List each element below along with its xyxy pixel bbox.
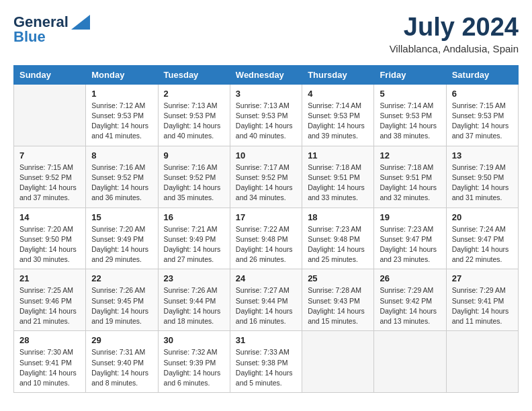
calendar-day-cell: 1Sunrise: 7:12 AMSunset: 9:53 PMDaylight… — [86, 84, 158, 146]
calendar-week-row: 21Sunrise: 7:25 AMSunset: 9:46 PMDayligh… — [14, 269, 519, 331]
calendar-day-cell: 8Sunrise: 7:16 AMSunset: 9:52 PMDaylight… — [86, 146, 158, 208]
day-number: 1 — [91, 89, 152, 99]
day-info: Sunrise: 7:21 AMSunset: 9:49 PMDaylight:… — [164, 224, 224, 265]
day-number: 24 — [236, 273, 296, 283]
day-number: 31 — [236, 335, 296, 345]
calendar-day-cell: 11Sunrise: 7:18 AMSunset: 9:51 PMDayligh… — [302, 146, 374, 208]
day-info: Sunrise: 7:24 AMSunset: 9:47 PMDaylight:… — [452, 224, 513, 265]
day-info: Sunrise: 7:33 AMSunset: 9:38 PMDaylight:… — [236, 347, 296, 388]
calendar-day-cell: 28Sunrise: 7:30 AMSunset: 9:41 PMDayligh… — [14, 331, 86, 393]
calendar-day-cell — [14, 84, 86, 146]
day-info: Sunrise: 7:29 AMSunset: 9:42 PMDaylight:… — [380, 285, 440, 326]
day-info: Sunrise: 7:32 AMSunset: 9:39 PMDaylight:… — [164, 347, 224, 388]
col-header-friday: Friday — [374, 65, 446, 84]
calendar-day-cell: 21Sunrise: 7:25 AMSunset: 9:46 PMDayligh… — [14, 269, 86, 331]
location-subtitle: Villablanca, Andalusia, Spain — [390, 43, 519, 54]
calendar-day-cell: 6Sunrise: 7:15 AMSunset: 9:53 PMDaylight… — [446, 84, 518, 146]
calendar-day-cell: 27Sunrise: 7:29 AMSunset: 9:41 PMDayligh… — [446, 269, 518, 331]
calendar-day-cell: 5Sunrise: 7:14 AMSunset: 9:53 PMDaylight… — [374, 84, 446, 146]
day-info: Sunrise: 7:27 AMSunset: 9:44 PMDaylight:… — [236, 285, 296, 326]
calendar-day-cell: 31Sunrise: 7:33 AMSunset: 9:38 PMDayligh… — [230, 331, 302, 393]
calendar-day-cell: 30Sunrise: 7:32 AMSunset: 9:39 PMDayligh… — [158, 331, 230, 393]
day-number: 20 — [452, 212, 513, 222]
calendar-week-row: 28Sunrise: 7:30 AMSunset: 9:41 PMDayligh… — [14, 331, 519, 393]
calendar-day-cell — [302, 331, 374, 393]
calendar-day-cell: 23Sunrise: 7:26 AMSunset: 9:44 PMDayligh… — [158, 269, 230, 331]
calendar-day-cell: 25Sunrise: 7:28 AMSunset: 9:43 PMDayligh… — [302, 269, 374, 331]
day-number: 5 — [380, 89, 440, 99]
day-number: 30 — [164, 335, 224, 345]
calendar-day-cell — [446, 331, 518, 393]
calendar-day-cell: 4Sunrise: 7:14 AMSunset: 9:53 PMDaylight… — [302, 84, 374, 146]
logo-blue-text: Blue — [13, 28, 46, 46]
day-number: 3 — [236, 89, 296, 99]
day-number: 18 — [308, 212, 368, 222]
day-number: 6 — [452, 89, 513, 99]
day-info: Sunrise: 7:14 AMSunset: 9:53 PMDaylight:… — [380, 101, 440, 142]
day-info: Sunrise: 7:14 AMSunset: 9:53 PMDaylight:… — [308, 101, 368, 142]
day-info: Sunrise: 7:18 AMSunset: 9:51 PMDaylight:… — [380, 163, 440, 203]
day-number: 14 — [19, 212, 80, 222]
page-header: General Blue July 2024 Villablanca, Anda… — [13, 13, 519, 54]
calendar-day-cell: 12Sunrise: 7:18 AMSunset: 9:51 PMDayligh… — [374, 146, 446, 208]
col-header-wednesday: Wednesday — [230, 65, 302, 84]
day-number: 22 — [91, 273, 152, 283]
day-info: Sunrise: 7:23 AMSunset: 9:48 PMDaylight:… — [308, 224, 368, 265]
day-info: Sunrise: 7:20 AMSunset: 9:49 PMDaylight:… — [91, 224, 152, 265]
day-info: Sunrise: 7:17 AMSunset: 9:52 PMDaylight:… — [236, 163, 296, 203]
day-info: Sunrise: 7:30 AMSunset: 9:41 PMDaylight:… — [19, 347, 80, 388]
calendar-week-row: 7Sunrise: 7:15 AMSunset: 9:52 PMDaylight… — [14, 146, 519, 208]
day-info: Sunrise: 7:15 AMSunset: 9:52 PMDaylight:… — [19, 163, 80, 203]
calendar-day-cell: 20Sunrise: 7:24 AMSunset: 9:47 PMDayligh… — [446, 208, 518, 269]
day-info: Sunrise: 7:20 AMSunset: 9:50 PMDaylight:… — [19, 224, 80, 265]
day-number: 4 — [308, 89, 368, 99]
day-number: 11 — [308, 150, 368, 161]
calendar-day-cell: 26Sunrise: 7:29 AMSunset: 9:42 PMDayligh… — [374, 269, 446, 331]
calendar-day-cell: 7Sunrise: 7:15 AMSunset: 9:52 PMDaylight… — [14, 146, 86, 208]
calendar-day-cell: 18Sunrise: 7:23 AMSunset: 9:48 PMDayligh… — [302, 208, 374, 269]
day-info: Sunrise: 7:31 AMSunset: 9:40 PMDaylight:… — [91, 347, 152, 388]
day-info: Sunrise: 7:23 AMSunset: 9:47 PMDaylight:… — [380, 224, 440, 265]
calendar-week-row: 14Sunrise: 7:20 AMSunset: 9:50 PMDayligh… — [14, 208, 519, 269]
day-number: 23 — [164, 273, 224, 283]
calendar-day-cell: 15Sunrise: 7:20 AMSunset: 9:49 PMDayligh… — [86, 208, 158, 269]
day-number: 2 — [164, 89, 224, 99]
month-year-title: July 2024 — [390, 13, 519, 42]
day-info: Sunrise: 7:18 AMSunset: 9:51 PMDaylight:… — [308, 163, 368, 203]
day-info: Sunrise: 7:26 AMSunset: 9:44 PMDaylight:… — [164, 285, 224, 326]
day-info: Sunrise: 7:15 AMSunset: 9:53 PMDaylight:… — [452, 101, 513, 142]
calendar-table: SundayMondayTuesdayWednesdayThursdayFrid… — [13, 65, 519, 393]
col-header-tuesday: Tuesday — [158, 65, 230, 84]
day-number: 27 — [452, 273, 513, 283]
col-header-monday: Monday — [86, 65, 158, 84]
calendar-day-cell: 17Sunrise: 7:22 AMSunset: 9:48 PMDayligh… — [230, 208, 302, 269]
day-number: 7 — [19, 150, 80, 161]
day-info: Sunrise: 7:16 AMSunset: 9:52 PMDaylight:… — [164, 163, 224, 203]
day-number: 13 — [452, 150, 513, 161]
calendar-day-cell: 2Sunrise: 7:13 AMSunset: 9:53 PMDaylight… — [158, 84, 230, 146]
calendar-day-cell: 19Sunrise: 7:23 AMSunset: 9:47 PMDayligh… — [374, 208, 446, 269]
calendar-day-cell: 24Sunrise: 7:27 AMSunset: 9:44 PMDayligh… — [230, 269, 302, 331]
day-number: 26 — [380, 273, 440, 283]
logo-icon — [71, 15, 90, 30]
calendar-day-cell: 16Sunrise: 7:21 AMSunset: 9:49 PMDayligh… — [158, 208, 230, 269]
day-number: 8 — [91, 150, 152, 161]
day-number: 10 — [236, 150, 296, 161]
calendar-day-cell: 22Sunrise: 7:26 AMSunset: 9:45 PMDayligh… — [86, 269, 158, 331]
day-number: 25 — [308, 273, 368, 283]
day-info: Sunrise: 7:12 AMSunset: 9:53 PMDaylight:… — [91, 101, 152, 142]
calendar-week-row: 1Sunrise: 7:12 AMSunset: 9:53 PMDaylight… — [14, 84, 519, 146]
col-header-sunday: Sunday — [14, 65, 86, 84]
col-header-thursday: Thursday — [302, 65, 374, 84]
day-number: 15 — [91, 212, 152, 222]
logo: General Blue — [13, 13, 90, 46]
day-number: 9 — [164, 150, 224, 161]
calendar-day-cell: 10Sunrise: 7:17 AMSunset: 9:52 PMDayligh… — [230, 146, 302, 208]
day-info: Sunrise: 7:28 AMSunset: 9:43 PMDaylight:… — [308, 285, 368, 326]
day-number: 12 — [380, 150, 440, 161]
title-area: July 2024 Villablanca, Andalusia, Spain — [390, 13, 519, 54]
calendar-day-cell: 13Sunrise: 7:19 AMSunset: 9:50 PMDayligh… — [446, 146, 518, 208]
day-number: 21 — [19, 273, 80, 283]
day-info: Sunrise: 7:29 AMSunset: 9:41 PMDaylight:… — [452, 285, 513, 326]
calendar-day-cell: 29Sunrise: 7:31 AMSunset: 9:40 PMDayligh… — [86, 331, 158, 393]
